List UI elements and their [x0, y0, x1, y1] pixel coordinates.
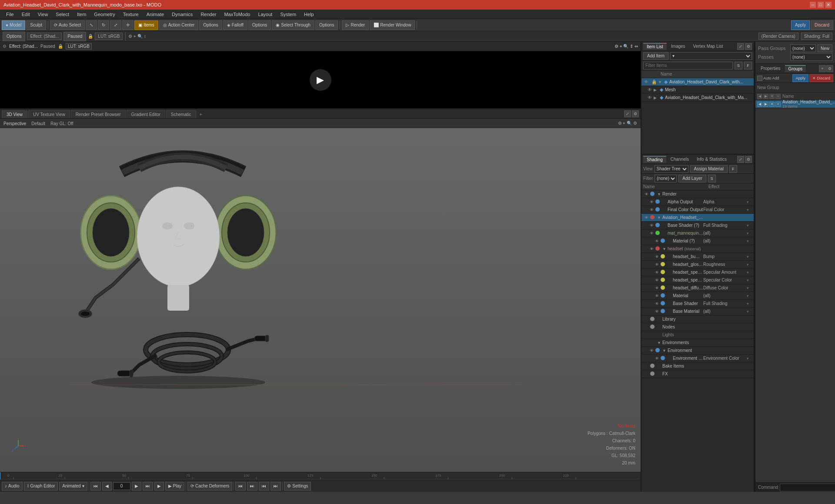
menu-animate[interactable]: Animate [143, 11, 167, 18]
discard-btn[interactable]: Discard [811, 20, 833, 30]
pb-btn-4[interactable]: ⏭ [271, 482, 281, 491]
effect-arrow[interactable]: ▾ [747, 278, 753, 282]
add-tab-btn[interactable]: + [197, 110, 205, 118]
menu-render[interactable]: Render [197, 11, 220, 18]
shader-row[interactable]: 👁 ▼ headset (Material) [641, 245, 754, 253]
animated-btn[interactable]: Animated ▾ [59, 482, 87, 491]
effect-arrow[interactable]: ▾ [747, 302, 753, 306]
shader-row[interactable]: 👁 Material (?) (all) ▾ [641, 237, 754, 245]
eye-icon[interactable]: 👁 [648, 247, 655, 251]
eye-icon[interactable]: 👁 [653, 278, 661, 282]
col-toggle-3[interactable]: ✕ [769, 94, 775, 99]
maximize-btn[interactable]: □ [818, 2, 824, 8]
eye-icon[interactable]: 👁 [642, 216, 650, 220]
effect-arrow[interactable]: ▾ [747, 356, 753, 361]
add-item-btn[interactable]: Add Item [643, 52, 668, 60]
shader-row[interactable]: 👁 Alpha Output Alpha ▾ [641, 198, 754, 206]
shader-row[interactable]: 👁 headset_specular (Ima... Specular Colo… [641, 276, 754, 284]
expand-icon[interactable]: ▶ [654, 96, 658, 100]
shader-row[interactable]: FX [641, 370, 754, 378]
tab-item-list[interactable]: Item List [643, 43, 667, 50]
tree-row[interactable]: 👁 ▶ ◆ Mesh [641, 86, 754, 94]
expand-btn[interactable]: ▼ [657, 216, 662, 220]
minimize-btn[interactable]: ─ [810, 2, 816, 8]
action-center-btn[interactable]: ◎ Action Center [159, 20, 199, 30]
props-expand[interactable]: + [819, 65, 826, 72]
eye-icon[interactable]: 👁 [653, 309, 661, 314]
lock-toggle[interactable]: 🔒 [650, 80, 658, 84]
col-toggle-2[interactable]: ▶ [763, 94, 768, 99]
eye-toggle[interactable]: 👁 [646, 95, 654, 100]
props-settings[interactable]: ⚙ [826, 65, 833, 72]
shader-row[interactable]: 👁 Material (all) ▾ [641, 292, 754, 300]
menu-geometry[interactable]: Geometry [90, 11, 118, 18]
transport-play[interactable]: ▶ Play [165, 482, 184, 491]
cache-deformers-btn[interactable]: ⟳ Cache Deformers [187, 482, 232, 491]
model-btn[interactable]: ● Model [2, 20, 25, 30]
effect-arrow[interactable]: ▾ [747, 309, 753, 314]
tab-schematic[interactable]: Schematic [166, 110, 196, 118]
filter-f-btn[interactable]: F [744, 62, 752, 70]
menu-layout[interactable]: Layout [254, 11, 276, 18]
transport-play-fwd[interactable]: ▶ [154, 482, 164, 491]
eye-icon[interactable]: 👁 [648, 223, 655, 228]
item-list-settings[interactable]: ⚙ [745, 43, 752, 50]
shader-row[interactable]: 👁 headset_bump (Image) Bump ▾ [641, 253, 754, 261]
settings-btn[interactable]: ⚙ Settings [284, 482, 311, 491]
eye-icon[interactable]: 👁 [642, 192, 650, 196]
add-layer-btn[interactable]: Add Layer [678, 175, 706, 182]
shader-row[interactable]: Library [641, 315, 754, 323]
eye-icon[interactable]: 👁 [653, 262, 661, 267]
assign-material-btn[interactable]: Assign Material [690, 165, 728, 173]
shader-row[interactable]: 👁 Base Material (all) ▾ [641, 308, 754, 315]
effect-arrow[interactable]: ▾ [747, 239, 753, 243]
transport-prev[interactable]: ◀ [102, 482, 112, 491]
autosave-btn[interactable]: ⟳ Auto Select [50, 20, 85, 30]
expand-icon[interactable]: ▼ [658, 80, 662, 84]
shader-row[interactable]: 👁 ▼ Environment [641, 347, 754, 355]
menu-system[interactable]: System [277, 11, 300, 18]
render-window-btn[interactable]: ⬜ Render Window [370, 20, 415, 30]
items-btn[interactable]: ▣ Items [134, 20, 158, 30]
paused-btn[interactable]: Paused [63, 32, 86, 41]
filter-s-btn2[interactable]: S [708, 175, 716, 182]
menu-maxtomodo[interactable]: MaxToModo [220, 11, 254, 18]
transport-start[interactable]: ⏮ [90, 482, 101, 491]
options-btn-3[interactable]: Options [315, 20, 338, 30]
eye-icon[interactable]: 👁 [648, 348, 655, 353]
filter-select[interactable]: (none) [655, 175, 677, 182]
command-input[interactable] [780, 484, 835, 491]
transport-next[interactable]: ▶ [132, 482, 141, 491]
eye-icon[interactable]: 👁 [653, 239, 661, 243]
time-input[interactable] [113, 482, 130, 490]
tab-uv-texture[interactable]: UV Texture View [28, 110, 70, 118]
effect-arrow[interactable]: ▾ [747, 255, 753, 259]
group-item[interactable]: ◀ ▶ ✕ + Aviation_Headset_David_... 19 It… [755, 100, 835, 108]
col-toggle-4[interactable]: + [775, 94, 781, 99]
effect-arrow[interactable]: ▾ [747, 270, 753, 275]
passes-select[interactable]: (none) [790, 53, 832, 61]
tab-properties[interactable]: Properties [757, 65, 784, 72]
tab-3d-view[interactable]: 3D View [2, 110, 27, 118]
effect-arrow[interactable]: ▾ [747, 262, 753, 267]
shader-row[interactable]: 👁 ▼ Render [641, 190, 754, 198]
menu-item[interactable]: Item [73, 11, 90, 18]
eye-icon[interactable]: 👁 [653, 302, 661, 306]
eye-icon[interactable]: 👁 [648, 200, 655, 204]
transform-btn-2[interactable]: ↻ [98, 20, 109, 30]
shader-tree-select[interactable]: Shader Tree [655, 165, 688, 173]
transport-end[interactable]: ⏭ [143, 482, 153, 491]
shader-row[interactable]: 👁 mat_mannequin (Material) (all) ▾ [641, 229, 754, 237]
eye-icon[interactable]: 👁 [653, 270, 661, 275]
effect-arrow[interactable]: ▾ [747, 200, 753, 204]
menu-select[interactable]: Select [52, 11, 73, 18]
pb-btn-2[interactable]: ⏭ [247, 482, 257, 491]
effect-arrow[interactable]: ▾ [747, 286, 753, 290]
eye-icon[interactable]: 👁 [653, 286, 661, 290]
tab-groups[interactable]: Groups [785, 65, 806, 72]
options-sub-btn[interactable]: Options [3, 32, 25, 41]
transform-btn-4[interactable]: ✛ [122, 20, 134, 30]
pb-btn-3[interactable]: ⏮ [259, 482, 269, 491]
add-item-select[interactable]: ▾ [670, 52, 752, 60]
viewport-expand-btn[interactable]: ⤢ [624, 110, 631, 117]
